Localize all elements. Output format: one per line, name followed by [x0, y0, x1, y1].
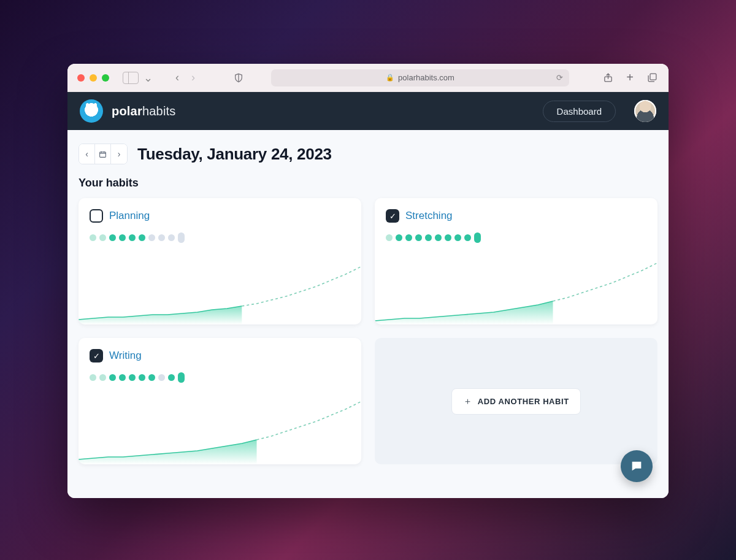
streak-dot [129, 374, 136, 381]
streak-row [90, 372, 350, 383]
streak-dot [119, 374, 126, 381]
avatar[interactable] [634, 100, 656, 122]
add-habit-card: ＋ ADD ANOTHER HABIT [375, 338, 657, 464]
streak-dot [405, 234, 412, 241]
date-row: ‹ › Tuesday, January 24, 2023 [79, 144, 657, 164]
svg-rect-2 [100, 152, 106, 157]
habit-checkbox[interactable]: ✓ [386, 209, 399, 223]
chevron-down-icon[interactable]: ⌄ [141, 71, 155, 85]
tabs-overview-icon[interactable] [645, 71, 659, 85]
plus-icon: ＋ [463, 396, 473, 407]
streak-dot [445, 234, 451, 241]
address-bar[interactable]: 🔒 polarhabits.com ⟳ [271, 69, 569, 86]
streak-dot [396, 234, 402, 241]
browser-titlebar: ⌄ ‹ › 🔒 polarhabits.com ⟳ + [67, 64, 669, 92]
page-date: Tuesday, January 24, 2023 [137, 145, 332, 164]
streak-dot [168, 234, 175, 241]
maximize-window-icon[interactable] [102, 74, 109, 82]
streak-row [386, 232, 646, 243]
streak-dot [454, 234, 461, 241]
streak-dot [90, 374, 96, 381]
streak-dot [129, 234, 136, 241]
shield-icon[interactable] [232, 71, 245, 85]
today-pill [178, 232, 185, 243]
sidebar-toggle-icon[interactable] [123, 72, 139, 84]
prev-day-button[interactable]: ‹ [79, 144, 95, 164]
streak-dot [148, 374, 155, 381]
date-nav: ‹ › [79, 144, 128, 164]
streak-dot [158, 234, 165, 241]
habit-header: Planning [90, 209, 350, 223]
app-header: polarhabits Dashboard [67, 92, 669, 130]
chat-icon [630, 459, 643, 473]
back-icon[interactable]: ‹ [171, 71, 184, 85]
streak-dot [139, 234, 145, 241]
habit-checkbox[interactable]: ✓ [90, 349, 103, 362]
streak-dot [415, 234, 422, 241]
streak-dot [464, 234, 471, 241]
logo-bold: polar [112, 104, 142, 118]
add-habit-button[interactable]: ＋ ADD ANOTHER HABIT [451, 388, 581, 415]
today-pill [474, 232, 481, 243]
habit-header: ✓ Writing [90, 349, 350, 362]
streak-dot [119, 234, 126, 241]
habit-name[interactable]: Writing [109, 350, 142, 362]
streak-dot [109, 234, 116, 241]
share-icon[interactable] [601, 71, 615, 85]
forward-icon[interactable]: › [186, 71, 200, 85]
minimize-window-icon[interactable] [90, 74, 97, 82]
streak-dot [386, 234, 393, 241]
close-window-icon[interactable] [77, 74, 85, 82]
streak-dot [109, 374, 116, 381]
today-pill [178, 372, 185, 383]
habit-card[interactable]: ✓ Writing [79, 338, 361, 464]
streak-dot [148, 234, 155, 241]
streak-row [90, 232, 350, 243]
habits-section-title: Your habits [79, 177, 657, 190]
lock-icon: 🔒 [386, 74, 394, 82]
page-body: ‹ › Tuesday, January 24, 2023 Your habit… [67, 130, 669, 498]
habit-card[interactable]: ✓ Stretching [375, 198, 657, 324]
habit-name[interactable]: Stretching [405, 210, 453, 222]
logo-rest: habits [142, 104, 176, 118]
svg-rect-1 [650, 74, 656, 80]
streak-dot [425, 234, 432, 241]
window-controls [77, 74, 109, 82]
streak-dot [99, 374, 106, 381]
streak-dot [168, 374, 175, 381]
add-habit-label: ADD ANOTHER HABIT [478, 397, 569, 406]
new-tab-icon[interactable]: + [623, 71, 637, 85]
chat-fab[interactable] [621, 450, 653, 482]
streak-dot [158, 374, 165, 381]
streak-dot [139, 374, 145, 381]
logo-text[interactable]: polarhabits [112, 104, 175, 118]
habit-checkbox[interactable] [90, 209, 103, 223]
streak-dot [435, 234, 442, 241]
calendar-button[interactable] [95, 144, 111, 164]
logo-icon[interactable] [80, 99, 103, 123]
habit-name[interactable]: Planning [109, 210, 150, 222]
reload-icon[interactable]: ⟳ [556, 73, 563, 82]
streak-dot [90, 234, 96, 241]
habit-card[interactable]: Planning [79, 198, 361, 324]
url-text: polarhabits.com [398, 73, 454, 82]
next-day-button[interactable]: › [111, 144, 127, 164]
browser-window: ⌄ ‹ › 🔒 polarhabits.com ⟳ + polarhabits [67, 64, 669, 498]
habit-grid: Planning ✓ Stretching ✓ Writing [79, 198, 657, 464]
habit-header: ✓ Stretching [386, 209, 646, 223]
dashboard-button[interactable]: Dashboard [543, 101, 616, 122]
streak-dot [99, 234, 106, 241]
